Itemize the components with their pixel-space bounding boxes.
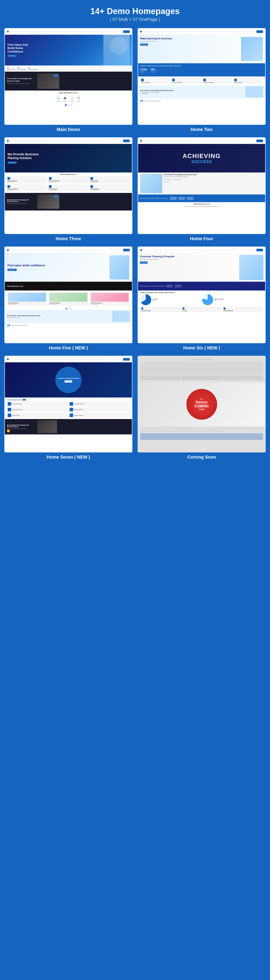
nav-lnk1	[242, 31, 248, 32]
logo-dot-five	[7, 249, 9, 251]
demo-four-preview[interactable]: ACHIEVING SUCCESS We Combine Technology …	[138, 137, 265, 234]
logo-dot-six	[140, 249, 142, 251]
demo-two-label[interactable]: Home Two	[191, 127, 213, 132]
demo-three-label[interactable]: Home Three	[56, 236, 81, 241]
home7-hero: Corporate training & Program Read More	[5, 362, 132, 398]
cs-middle-text: COMING	[194, 404, 209, 408]
h7-svc-text-5: Mineral Service	[12, 415, 19, 416]
demo-coming-soon-preview[interactable]: Creating a better IT solution 4 + Demos …	[138, 356, 265, 452]
card5-img-1	[8, 293, 46, 302]
demo-five-label[interactable]: Home Five ( NEW )	[49, 345, 88, 350]
home6-hero-title: Corporate Training & Program	[140, 255, 238, 258]
home5-num-label: years of banking experience	[11, 325, 27, 326]
nav-6-lnk1	[242, 250, 248, 250]
home7-badge: All	[22, 399, 26, 401]
h6-svc-icon-2	[183, 307, 184, 310]
home4-trusted-text: We're Trusted by 2500+ Professional Cust…	[140, 198, 168, 199]
demo-seven-preview[interactable]: Corporate training & Program Read More C…	[5, 356, 132, 452]
icon-label-1: Finance	[56, 100, 60, 102]
home6-hero-desc: Lorem ipsum dolor sit amet consectetur	[140, 259, 238, 260]
demo-four-label[interactable]: Home Four	[190, 236, 213, 241]
h7-svc-icon-5	[8, 414, 11, 417]
home6-pride-text: Pride ourselves on our consultant featur…	[140, 285, 164, 287]
icon-item-3: 📈 Growth	[70, 96, 74, 102]
badge: 98%	[54, 75, 58, 77]
h7-svc-text-2: Investment Planning	[74, 403, 84, 404]
nav-cta-six	[256, 249, 263, 251]
home6-charts-row: Coaching67% Human Resources78%	[140, 294, 263, 305]
nav-line-three	[11, 140, 107, 141]
demo-three-preview[interactable]: We Provide Business Planing Solution Rea…	[5, 137, 132, 234]
service-item-2: Investment Planning Lorem ipsum dolor	[48, 176, 89, 183]
h7-svc-icon-3	[8, 408, 11, 411]
hero-btn[interactable]: Read More	[8, 55, 17, 57]
card-title-1: Financial Planning	[141, 82, 169, 83]
home2-hero-btn[interactable]: Read More	[140, 43, 148, 46]
footer-number: 28	[140, 99, 143, 102]
demo-main-preview[interactable]: Find Value And Build Some Confidence Rea…	[5, 28, 132, 125]
home3-badge: 98%	[54, 196, 58, 198]
demo-seven-label[interactable]: Home Seven ( NEW )	[47, 455, 90, 460]
pagination	[5, 103, 132, 107]
home7-consulting-label: Consulting Services	[7, 399, 22, 401]
h7-svc-2: Investment Planning	[69, 401, 130, 406]
home5-hero-btn[interactable]: Read More	[8, 269, 17, 271]
demo-five-preview[interactable]: Find value build confidence Read More Wh…	[5, 247, 132, 343]
home3-hero-btn[interactable]: Read More	[8, 162, 17, 164]
home4-what-sub: Lorem ipsum dolor sit amet consectetur a…	[138, 206, 265, 208]
icon-item-4: 🏆 Awards	[76, 96, 81, 102]
nav-3-lnk1	[109, 140, 114, 141]
nav-line-five	[11, 250, 107, 250]
home2-cards: Financial Planning Investment Planning S…	[138, 76, 265, 85]
home6-hero-btn[interactable]: Read More	[140, 261, 148, 264]
home7-dark: We Combine Technology with Business Idea…	[5, 419, 132, 434]
bullet-1: Certfied Courses	[164, 179, 172, 181]
logo-dot-two	[140, 31, 142, 32]
home7-dark-title: We Combine Technology with Business Idea…	[7, 424, 36, 427]
nav-cta-four	[256, 140, 263, 142]
demo-coming-soon-label[interactable]: Coming Soon	[187, 455, 216, 460]
demo-coming-soon: Creating a better IT solution 4 + Demos …	[138, 356, 265, 460]
cs-top-label: Creating a better IT solution	[140, 358, 263, 360]
home4-success: SUCCESS	[183, 159, 221, 164]
demo-six-preview[interactable]: Corporate Training & Program Lorem ipsum…	[138, 247, 265, 343]
nav-cta	[123, 30, 130, 33]
logo-dot-four	[140, 140, 142, 142]
home6-svc-1: Financial Training	[140, 307, 181, 312]
demo-two-preview[interactable]: Make planning for business Lorem ipsum d…	[138, 28, 265, 125]
svc-desc-3: Lorem ipsum dolor	[91, 181, 129, 183]
home4-team-text: We Combine Technology with Business Idea…	[164, 174, 263, 193]
card-icon-4	[234, 79, 237, 81]
home2-hero-img	[241, 37, 263, 61]
nav-line-seven	[11, 359, 107, 360]
pie-chart-2	[202, 294, 213, 305]
home5-number: 28	[7, 324, 10, 327]
home7-circle-btn[interactable]: Read More	[65, 380, 72, 383]
demo-six-label[interactable]: Home Six ( NEW )	[183, 345, 220, 350]
home2-tech-name: — John Smith	[140, 93, 244, 94]
h7-svc-6: Project Associates	[69, 413, 130, 418]
home5-hero-text: Find value build confidence Read More	[8, 264, 107, 271]
mock-nav-main	[5, 29, 132, 35]
h7-svc-3: Saving & Investments	[7, 407, 68, 412]
home4-what: What We Bring To You	[138, 202, 265, 206]
mock-nav-five	[5, 247, 132, 253]
partner-logo-1	[170, 197, 177, 200]
pg-dot-active	[66, 308, 67, 309]
card-icon-2	[172, 79, 175, 81]
service-item-5: Market Research Lorem ipsum dolor	[48, 185, 89, 192]
h7-svc-1: Corporate Planning	[7, 401, 68, 406]
num-2: 95%Success	[151, 67, 156, 73]
h7-svc-text-1: Corporate Planning	[12, 403, 22, 404]
card-title-4: Market Research	[234, 82, 262, 83]
cs-img-placeholder	[140, 362, 263, 375]
home3-dark-text: We Combine Technology with Business Idea…	[7, 199, 36, 204]
home2-hero-desc: Lorem ipsum dolor sit amet	[140, 41, 239, 42]
home5-pagination	[5, 307, 132, 310]
icon-circle-3: 📈	[70, 96, 74, 100]
svc-icon-4	[8, 185, 10, 188]
demo-main-label[interactable]: Main Demo	[57, 127, 80, 132]
home3-hero-title: We Provide Business Planing Solution	[8, 153, 43, 160]
h7-svc-icon-4	[70, 408, 73, 411]
nav-5-lnk2	[116, 250, 121, 250]
